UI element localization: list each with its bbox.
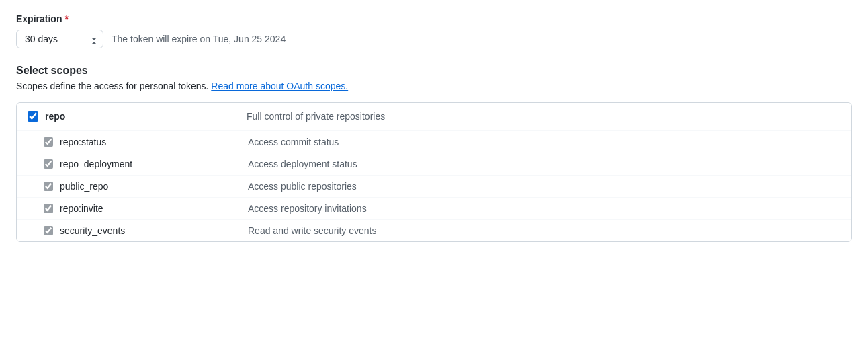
scope-desc-repo-status: Access commit status bbox=[248, 137, 339, 147]
expiration-label: Expiration * bbox=[16, 13, 852, 24]
scope-desc-security-events: Read and write security events bbox=[248, 225, 376, 236]
checkbox-repo[interactable] bbox=[28, 111, 38, 122]
scope-name-repo-deployment: repo_deployment bbox=[60, 159, 248, 169]
expiration-select-wrapper: 7 days 30 days 60 days 90 days No expira… bbox=[16, 30, 103, 48]
expiration-hint: The token will expire on Tue, Jun 25 202… bbox=[112, 34, 286, 44]
expiration-select[interactable]: 7 days 30 days 60 days 90 days No expira… bbox=[16, 30, 103, 48]
required-indicator: * bbox=[64, 13, 68, 24]
scope-desc-public-repo: Access public repositories bbox=[248, 181, 357, 192]
scope-name-public-repo: public_repo bbox=[60, 181, 248, 192]
scope-desc-repo-deployment: Access deployment status bbox=[248, 159, 357, 169]
scope-row-security-events: security_events Read and write security … bbox=[17, 219, 851, 241]
scope-row-repo-status: repo:status Access commit status bbox=[17, 130, 851, 153]
checkbox-repo-invite[interactable] bbox=[44, 204, 53, 213]
scopes-box: repo Full control of private repositorie… bbox=[16, 102, 852, 242]
scope-name-repo: repo bbox=[45, 111, 247, 122]
expiration-row: 7 days 30 days 60 days 90 days No expira… bbox=[16, 30, 852, 48]
scopes-description: Scopes define the access for personal to… bbox=[16, 81, 852, 91]
scope-row-repo-deployment: repo_deployment Access deployment status bbox=[17, 153, 851, 175]
scope-desc-repo: Full control of private repositories bbox=[247, 111, 385, 122]
checkbox-repo-deployment[interactable] bbox=[44, 159, 53, 169]
checkbox-security-events[interactable] bbox=[44, 226, 53, 235]
expiration-section: Expiration * 7 days 30 days 60 days 90 d… bbox=[16, 13, 852, 48]
scope-row-public-repo: public_repo Access public repositories bbox=[17, 175, 851, 197]
scope-name-repo-invite: repo:invite bbox=[60, 203, 248, 214]
scope-desc-repo-invite: Access repository invitations bbox=[248, 203, 367, 214]
scope-name-repo-status: repo:status bbox=[60, 137, 248, 147]
scope-row-repo-invite: repo:invite Access repository invitation… bbox=[17, 197, 851, 219]
scopes-section: Select scopes Scopes define the access f… bbox=[16, 65, 852, 242]
scopes-description-text: Scopes define the access for personal to… bbox=[16, 81, 211, 91]
checkbox-public-repo[interactable] bbox=[44, 182, 53, 191]
expiration-label-text: Expiration bbox=[16, 13, 62, 24]
scopes-title: Select scopes bbox=[16, 65, 852, 77]
scope-row-repo: repo Full control of private repositorie… bbox=[17, 103, 851, 130]
scope-name-security-events: security_events bbox=[60, 225, 248, 236]
oauth-scopes-link[interactable]: Read more about OAuth scopes. bbox=[211, 81, 348, 91]
checkbox-repo-status[interactable] bbox=[44, 137, 53, 147]
